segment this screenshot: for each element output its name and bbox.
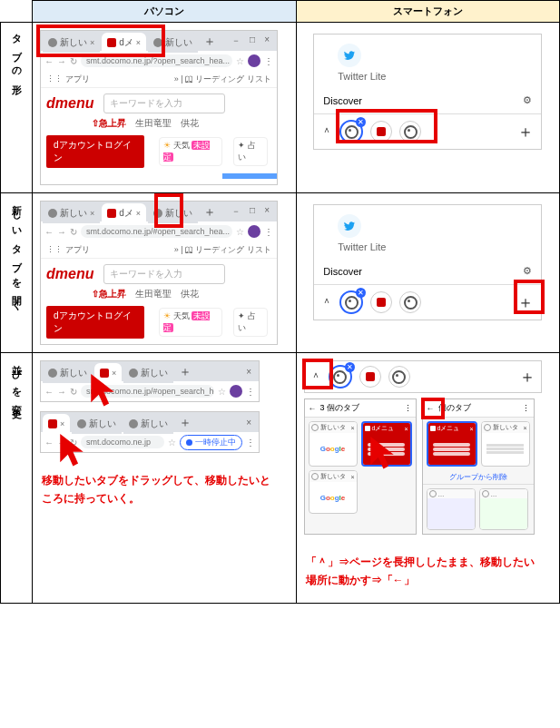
chevron-up-icon[interactable]: ＾ <box>321 124 332 140</box>
tab-card[interactable]: … <box>427 488 476 530</box>
tab-card[interactable]: 新しいタ×Google <box>309 470 358 514</box>
avatar[interactable] <box>230 385 242 398</box>
window-min-icon[interactable]: － <box>231 205 241 218</box>
avatar[interactable] <box>248 54 260 67</box>
avatar[interactable] <box>248 225 260 238</box>
window-max-icon[interactable]: □ <box>250 34 255 47</box>
group-remove-link[interactable]: グループから削除 <box>423 470 534 484</box>
fortune-widget[interactable]: ✦ 占い <box>233 308 268 337</box>
tab-ring[interactable] <box>399 291 421 313</box>
tab-card[interactable]: 新しいタ×Google <box>309 421 358 467</box>
nav-back-icon[interactable]: ← <box>44 56 54 66</box>
tab-ring[interactable] <box>370 291 392 313</box>
header-pc: パソコン <box>33 1 297 23</box>
drag-arrow-icon <box>367 434 398 472</box>
tab[interactable]: 新しい <box>123 363 173 383</box>
nav-reload-icon[interactable]: ↻ <box>70 387 77 397</box>
tab-card[interactable]: 新しいタ× <box>481 421 530 467</box>
drag-arrow-icon <box>56 431 87 469</box>
gear-icon[interactable]: ⚙ <box>523 265 532 277</box>
star-icon[interactable]: ☆ <box>236 227 244 237</box>
daccount-login-button[interactable]: dアカウントログイン <box>46 135 144 168</box>
new-tab-plus[interactable]: ＋ <box>198 203 221 220</box>
fortune-widget[interactable]: ✦ 占い <box>233 137 268 166</box>
search-input[interactable]: キーワードを入力 <box>103 93 225 113</box>
chevron-up-icon[interactable]: ＾ <box>321 295 332 310</box>
row-label-shape: タブの形 <box>10 26 24 83</box>
phone-app-title: Twitter Lite <box>321 241 534 252</box>
star-icon[interactable]: ☆ <box>236 56 244 66</box>
weather-widget[interactable]: ☀ 天気 未設定 <box>159 308 222 337</box>
menu-icon[interactable]: ⋮ <box>246 438 255 448</box>
new-tab-plus[interactable]: ＋ <box>173 363 197 379</box>
pc-browser-reorder-back: 新しい × 新しい ＋ × ← → ↻ smt.docomo.ne.jp/#op… <box>40 360 260 402</box>
twitter-icon <box>338 214 361 238</box>
weather-widget[interactable]: ☀ 天気 未設定 <box>159 137 222 166</box>
tab[interactable]: 新しい <box>123 414 173 434</box>
menu-icon[interactable]: ⋮ <box>264 56 273 66</box>
row-label-reorder: 並びを変更 <box>10 357 24 408</box>
pause-badge[interactable]: 一時停止中 <box>180 435 242 450</box>
tab-ring-active[interactable] <box>339 290 363 314</box>
tab-active[interactable]: dメ× <box>102 203 146 223</box>
phone-tabstrip-newtab: Twitter Lite Discover ⚙ ＾ ＋ <box>313 204 542 320</box>
phone-tabstrip-shape: Twitter Lite Discover ⚙ ＾ ＋ <box>313 34 542 150</box>
phone-new-tab-plus[interactable]: ＋ <box>517 121 534 143</box>
nav-back-icon[interactable]: ← <box>44 227 54 237</box>
row-label-newtab: 新しいタブを開く <box>10 197 24 310</box>
nav-back-icon[interactable]: ← <box>44 387 54 397</box>
new-tab-plus[interactable]: ＋ <box>173 414 197 430</box>
phone-tabgrid-2: ←個のタブ⋮ dメニュ× 新しいタ× グループから削除 … … <box>422 398 535 535</box>
new-tab-plus[interactable]: ＋ <box>198 33 221 49</box>
menu-icon[interactable]: ⋮ <box>246 387 255 397</box>
back-icon[interactable]: ← <box>309 404 317 413</box>
menu-icon[interactable]: ⋮ <box>264 227 273 237</box>
nav-reload-icon[interactable]: ↻ <box>70 227 77 237</box>
phone-tabgrid-1: ←3 個のタブ⋮ 新しいタ×Google dメニュ× 新しいタ×Google <box>304 398 417 535</box>
header-sp: スマートフォン <box>296 1 560 23</box>
nav-fwd-icon[interactable]: → <box>57 387 66 397</box>
dmenu-logo: dmenu <box>46 266 93 282</box>
phone-app-title: Twitter Lite <box>321 71 534 82</box>
nav-fwd-icon[interactable]: → <box>57 56 66 66</box>
gear-icon[interactable]: ⚙ <box>523 94 532 106</box>
drag-arrow-icon <box>87 371 118 409</box>
window-min-icon[interactable]: － <box>231 34 241 47</box>
tab[interactable]: 新しい <box>43 363 93 383</box>
url-field[interactable]: smt.docomo.ne.jp <box>81 436 164 448</box>
discover-label: Discover <box>323 266 362 277</box>
search-input[interactable]: キーワードを入力 <box>103 264 225 284</box>
window-close-icon[interactable]: × <box>246 367 251 377</box>
nav-fwd-icon[interactable]: → <box>57 227 66 237</box>
window-close-icon[interactable]: × <box>264 205 270 218</box>
star-icon[interactable]: ☆ <box>168 438 176 448</box>
window-close-icon[interactable]: × <box>246 418 251 428</box>
discover-label: Discover <box>323 95 362 106</box>
tab-ring[interactable] <box>359 366 381 388</box>
dmenu-logo: dmenu <box>46 95 93 112</box>
caption-sp-drag: 「＾」⇒ページを長押ししたまま、移動したい場所に動かす⇒「←」 <box>304 547 542 595</box>
nav-back-icon[interactable]: ← <box>44 438 54 448</box>
caption-pc-drag: 移動したいタブをドラッグして、移動したいところに持っていく。 <box>40 466 276 514</box>
star-icon[interactable]: ☆ <box>218 387 226 397</box>
daccount-login-button[interactable]: dアカウントログイン <box>46 306 144 339</box>
tab-card-active[interactable]: dメニュ× <box>427 421 477 467</box>
phone-new-tab-plus[interactable]: ＋ <box>519 366 535 388</box>
twitter-icon <box>338 44 361 67</box>
tab-card[interactable]: … <box>479 488 528 530</box>
nav-reload-icon[interactable]: ↻ <box>70 56 77 66</box>
tab-ring[interactable] <box>388 366 410 388</box>
window-max-icon[interactable]: □ <box>250 205 255 218</box>
tab[interactable]: 新しい× <box>43 203 100 223</box>
window-close-icon[interactable]: × <box>264 34 270 47</box>
